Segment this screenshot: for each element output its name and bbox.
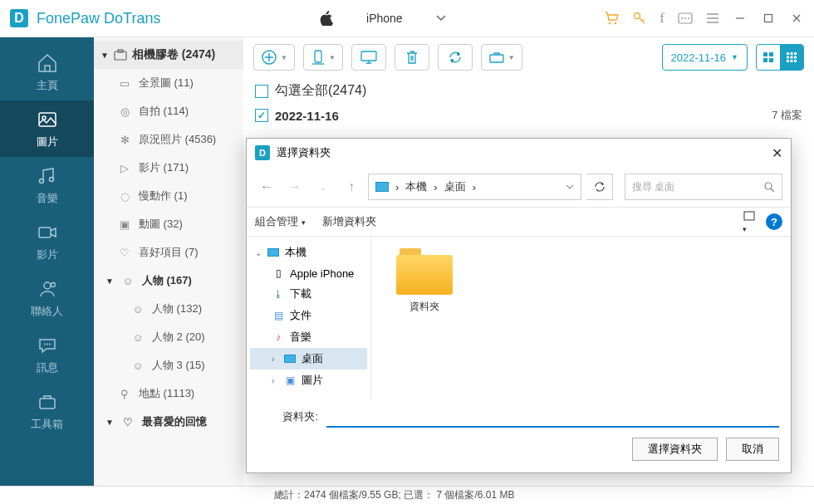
feedback-icon[interactable] xyxy=(678,12,693,24)
folder-name-input[interactable] xyxy=(326,406,779,428)
path-separator: › xyxy=(434,181,437,193)
svg-point-5 xyxy=(684,17,686,19)
export-to-device-button[interactable]: ▼ xyxy=(303,44,343,71)
album-selfies[interactable]: ◎自拍 (114) xyxy=(94,97,243,125)
album-panoramas[interactable]: ▭全景圖 (11) xyxy=(94,69,243,97)
nav-forward-button[interactable]: → xyxy=(283,175,306,198)
svg-rect-30 xyxy=(791,52,793,55)
album-live-photos[interactable]: ✻原況照片 (4536) xyxy=(94,125,243,154)
contacts-icon xyxy=(36,277,59,301)
close-button[interactable] xyxy=(789,11,804,26)
messages-icon xyxy=(36,334,59,357)
nav-music[interactable]: 音樂 xyxy=(0,157,94,213)
tree-this-pc[interactable]: ⌄ 本機 xyxy=(250,242,367,263)
album-person-1[interactable]: ☺人物 (132) xyxy=(94,295,243,323)
key-icon[interactable] xyxy=(633,12,646,25)
titlebar-controls: f xyxy=(605,10,804,27)
cart-icon[interactable] xyxy=(605,12,620,25)
dialog-close-button[interactable]: ✕ xyxy=(772,145,782,161)
album-favorites[interactable]: ♡喜好項目 (7) xyxy=(94,238,243,267)
device-selector[interactable]: iPhone xyxy=(320,11,446,26)
new-folder-button[interactable]: 新增資料夾 xyxy=(322,214,376,229)
search-field[interactable]: 搜尋 桌面 xyxy=(625,174,782,200)
status-text: 總計：2474 個檔案/9.55 GB; 已選： 7 個檔案/6.01 MB xyxy=(274,488,514,502)
caret-down-icon: ▾ xyxy=(302,218,306,227)
album-sidebar: ▼ 相機膠卷 (2474) ▭全景圖 (11) ◎自拍 (114) ✻原況照片 … xyxy=(94,37,243,486)
cancel-button[interactable]: 取消 xyxy=(726,438,779,461)
maximize-button[interactable] xyxy=(761,11,776,26)
refresh-path-button[interactable] xyxy=(586,174,613,200)
album-places[interactable]: ⚲地點 (1113) xyxy=(94,379,243,408)
file-pane[interactable]: 資料夾 xyxy=(371,237,791,399)
pictures-icon: ▣ xyxy=(283,374,297,387)
minimize-button[interactable] xyxy=(733,11,748,26)
select-folder-button[interactable]: 選擇資料夾 xyxy=(632,438,718,461)
organize-menu[interactable]: 組合管理 ▾ xyxy=(255,214,306,229)
svg-point-1 xyxy=(615,22,616,24)
chevron-down-icon[interactable] xyxy=(566,184,574,189)
help-button[interactable]: ? xyxy=(766,213,782,230)
refresh-button[interactable] xyxy=(438,44,473,71)
tree-apple-iphone[interactable]: ▯Apple iPhone xyxy=(250,263,367,283)
select-all-checkbox[interactable] xyxy=(255,85,268,98)
tree-pictures[interactable]: ›▣圖片 xyxy=(250,369,367,391)
export-to-pc-button[interactable] xyxy=(351,44,386,71)
select-all-row[interactable]: 勾選全部(2474) xyxy=(243,77,814,105)
svg-rect-28 xyxy=(769,58,773,62)
tree-desktop[interactable]: ›桌面 xyxy=(250,348,367,369)
album-videos[interactable]: ▷影片 (171) xyxy=(94,154,243,182)
video-small-icon: ▷ xyxy=(117,162,132,174)
view-grid-small-button[interactable] xyxy=(780,45,803,70)
date-group-checkbox[interactable]: ✓ xyxy=(255,109,268,122)
tree-downloads[interactable]: ⭳下載 xyxy=(250,283,367,305)
svg-rect-37 xyxy=(794,60,797,62)
nav-messages[interactable]: 訊息 xyxy=(0,326,94,383)
left-nav: 主頁 圖片 音樂 影片 聯絡人 訊息 工具箱 xyxy=(0,37,94,486)
desktop-icon xyxy=(283,352,297,365)
tree-music[interactable]: ♪音樂 xyxy=(250,326,367,348)
date-group-row[interactable]: ✓ 2022-11-16 7 檔案 xyxy=(243,105,814,126)
album-slomo[interactable]: ◌慢動作 (1) xyxy=(94,182,243,210)
path-root[interactable]: 本機 xyxy=(405,179,427,194)
chevron-right-icon: › xyxy=(272,376,278,385)
nav-up-button[interactable]: ↑ xyxy=(340,175,363,198)
path-breadcrumb[interactable]: › 本機 › 桌面 › xyxy=(368,174,581,200)
nav-contacts[interactable]: 聯絡人 xyxy=(0,270,94,326)
album-person-2[interactable]: ☺人物 2 (20) xyxy=(94,323,243,351)
delete-button[interactable] xyxy=(395,44,429,71)
album-memories-header[interactable]: ▼ ♡ 最喜愛的回憶 xyxy=(94,408,243,436)
nav-photos[interactable]: 圖片 xyxy=(0,100,94,157)
album-people-header[interactable]: ▼ ☺ 人物 (167) xyxy=(94,267,243,295)
menu-icon[interactable] xyxy=(706,12,719,24)
view-grid-large-button[interactable] xyxy=(757,45,780,70)
view-options-button[interactable]: ▾ xyxy=(743,210,756,234)
facebook-icon[interactable]: f xyxy=(660,10,664,27)
nav-recent-button[interactable]: ⌄ xyxy=(311,175,335,198)
nav-home[interactable]: 主頁 xyxy=(0,44,94,100)
date-filter-button[interactable]: 2022-11-16▼ xyxy=(662,44,748,71)
nav-toolkit[interactable]: 工具箱 xyxy=(0,383,94,439)
triangle-down-icon: ▼ xyxy=(105,418,114,427)
svg-rect-12 xyxy=(39,228,51,237)
toolbox-button[interactable]: ▼ xyxy=(481,44,522,71)
svg-point-16 xyxy=(47,344,48,345)
svg-point-6 xyxy=(688,17,689,19)
path-leaf[interactable]: 桌面 xyxy=(444,179,466,194)
caret-down-icon: ▼ xyxy=(281,54,287,61)
svg-rect-33 xyxy=(791,56,793,59)
svg-rect-7 xyxy=(765,15,772,22)
folder-item[interactable]: 資料夾 xyxy=(383,248,466,314)
svg-point-13 xyxy=(44,282,51,289)
album-person-3[interactable]: ☺人物 3 (15) xyxy=(94,351,243,379)
add-button[interactable]: ▼ xyxy=(253,44,295,71)
album-camera-roll[interactable]: ▼ 相機膠卷 (2474) xyxy=(94,41,243,69)
slomo-icon: ◌ xyxy=(117,190,132,203)
gif-icon: ▣ xyxy=(117,218,132,231)
nav-videos[interactable]: 影片 xyxy=(0,213,94,270)
nav-back-button[interactable]: ← xyxy=(255,175,278,198)
tree-documents[interactable]: ▤文件 xyxy=(250,305,367,326)
folder-label: 資料夾 xyxy=(409,300,439,314)
svg-point-4 xyxy=(681,17,683,19)
status-bar: 總計：2474 個檔案/9.55 GB; 已選： 7 個檔案/6.01 MB xyxy=(0,486,814,504)
album-gifs[interactable]: ▣動圖 (32) xyxy=(94,210,243,238)
